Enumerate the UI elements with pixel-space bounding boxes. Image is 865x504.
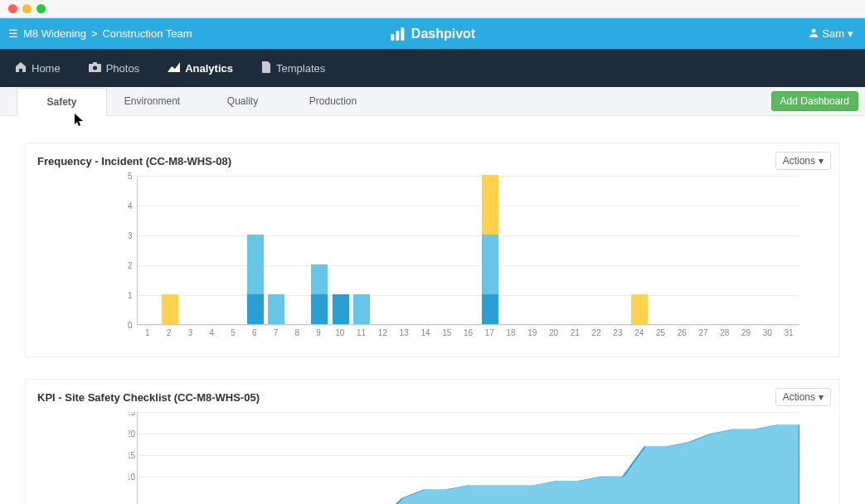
nav-templates-label: Templates (276, 62, 325, 75)
chart-kpi-checklist: 10152025 (129, 412, 799, 504)
breadcrumb[interactable]: ☰ M8 Widening > Construction Team (0, 27, 192, 40)
add-dashboard-label: Add Dashboard (780, 95, 849, 107)
camera-icon (89, 62, 101, 75)
close-window-icon[interactable] (8, 4, 17, 13)
tab-safety[interactable]: Safety (17, 88, 107, 116)
tab-safety-label: Safety (46, 96, 76, 108)
tab-production-label: Production (309, 95, 357, 107)
home-icon (15, 61, 27, 75)
nav-analytics[interactable]: Analytics (168, 62, 233, 75)
tabbar: Safety Environment Quality Production Ad… (0, 87, 865, 116)
tab-environment-label: Environment (124, 95, 180, 107)
breadcrumb-project[interactable]: M8 Widening (23, 27, 86, 40)
card-title: Frequency - Incident (CC-M8-WHS-08) (37, 155, 808, 167)
chevron-down-icon: ▾ (819, 155, 824, 167)
user-menu[interactable]: Sam ▾ (809, 27, 865, 40)
actions-button[interactable]: Actions ▾ (775, 388, 831, 406)
brand: Dashpivot (390, 27, 475, 41)
menu-icon[interactable]: ☰ (8, 27, 18, 40)
chart-frequency-incident: 012345 123456789101112131415161718192021… (129, 176, 799, 342)
breadcrumb-sep: > (91, 27, 98, 40)
tab-production[interactable]: Production (288, 87, 378, 115)
nav-templates[interactable]: Templates (261, 61, 325, 75)
minimize-window-icon[interactable] (22, 4, 32, 13)
tab-environment[interactable]: Environment (107, 87, 197, 115)
svg-rect-5 (93, 62, 97, 65)
svg-rect-0 (391, 34, 394, 41)
user-name: Sam (822, 27, 844, 40)
nav-home-label: Home (32, 62, 61, 75)
card-frequency-incident: Frequency - Incident (CC-M8-WHS-08) Acti… (25, 143, 840, 357)
user-icon (809, 27, 819, 40)
actions-label: Actions (783, 391, 815, 403)
window-chrome (0, 0, 865, 18)
card-title: KPI - Site Safety Checklist (CC-M8-WHS-0… (37, 391, 808, 404)
nav-photos[interactable]: Photos (89, 62, 139, 75)
breadcrumb-team[interactable]: Construction Team (102, 27, 192, 40)
card-kpi-checklist: KPI - Site Safety Checklist (CC-M8-WHS-0… (25, 379, 840, 504)
actions-label: Actions (783, 155, 815, 167)
templates-icon (261, 61, 271, 75)
navbar: Home Photos Analytics Templates (0, 49, 865, 87)
actions-button[interactable]: Actions ▾ (775, 152, 831, 170)
add-dashboard-button[interactable]: Add Dashboard (771, 91, 858, 111)
svg-point-3 (812, 29, 816, 33)
brand-name: Dashpivot (411, 27, 475, 41)
svg-rect-1 (396, 31, 399, 41)
nav-home[interactable]: Home (15, 61, 61, 75)
svg-point-6 (93, 65, 97, 70)
analytics-icon (168, 62, 180, 75)
nav-photos-label: Photos (106, 62, 139, 75)
topbar: ☰ M8 Widening > Construction Team Dashpi… (0, 18, 865, 49)
chevron-down-icon: ▾ (848, 27, 853, 40)
content: Frequency - Incident (CC-M8-WHS-08) Acti… (0, 116, 865, 504)
chevron-down-icon: ▾ (819, 391, 824, 403)
tab-quality[interactable]: Quality (197, 87, 288, 115)
maximize-window-icon[interactable] (36, 4, 46, 13)
tab-quality-label: Quality (227, 95, 258, 107)
nav-analytics-label: Analytics (185, 62, 233, 75)
brand-logo-icon (390, 27, 406, 41)
svg-rect-2 (401, 27, 404, 41)
